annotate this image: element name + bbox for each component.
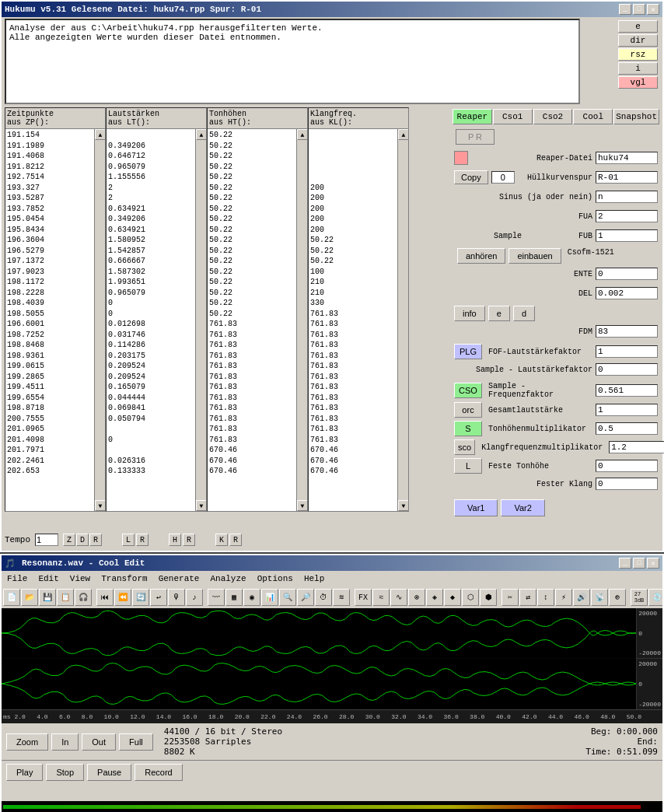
scroll-up-arrow[interactable]: ▲ xyxy=(95,129,105,140)
fof-input[interactable] xyxy=(596,345,658,358)
scroll-up-arrow[interactable]: ▲ xyxy=(297,129,307,140)
tonhohe-multi-input[interactable] xyxy=(596,422,658,435)
i-button[interactable]: i xyxy=(618,62,658,75)
scroll-up-arrow[interactable]: ▲ xyxy=(196,129,206,140)
menu-view[interactable]: View xyxy=(68,573,93,584)
play-button[interactable]: Play xyxy=(6,764,43,781)
r-nav-button[interactable]: R xyxy=(136,534,149,546)
tool-phases[interactable]: ◉ xyxy=(243,589,260,606)
l-button[interactable]: L xyxy=(454,458,482,474)
menu-analyze[interactable]: Analyze xyxy=(208,573,248,584)
tool-loop[interactable]: 🔄 xyxy=(132,589,149,606)
cool-minimize-button[interactable]: _ xyxy=(619,558,631,569)
tool-mic[interactable]: 🎙 xyxy=(168,589,185,606)
menu-transform[interactable]: Transform xyxy=(99,573,149,584)
del-input[interactable] xyxy=(596,287,658,299)
cso-button[interactable]: CSO xyxy=(454,383,482,398)
out-button[interactable]: Out xyxy=(82,733,116,751)
tool-new[interactable]: 📄 xyxy=(3,589,20,606)
cool-close-button[interactable]: ✕ xyxy=(647,558,659,569)
maximize-button[interactable]: □ xyxy=(633,4,645,15)
rsz-button[interactable]: rsz xyxy=(618,48,658,61)
tab-cool[interactable]: Cool xyxy=(573,109,613,124)
tool-cd[interactable]: 💿 xyxy=(648,589,662,606)
in-button[interactable]: In xyxy=(51,733,79,751)
tool-mix2[interactable]: ⇄ xyxy=(519,589,536,606)
tab-cso2[interactable]: Cso2 xyxy=(533,109,573,124)
var1-button[interactable]: Var1 xyxy=(454,499,498,516)
z-button[interactable]: Z xyxy=(63,534,75,546)
tool-effect2[interactable]: ≈ xyxy=(372,589,390,606)
menu-file[interactable]: File xyxy=(5,573,30,584)
sinus-input[interactable] xyxy=(596,191,658,203)
info-button[interactable]: info xyxy=(454,306,485,321)
tool-mix4[interactable]: ⚡ xyxy=(555,589,572,606)
menu-generate[interactable]: Generate xyxy=(156,573,202,584)
var2-button[interactable]: Var2 xyxy=(501,499,544,516)
tool-reverse[interactable]: ↩ xyxy=(150,589,167,606)
tool-mix5[interactable]: 🔊 xyxy=(573,589,590,606)
fester-klang-input[interactable] xyxy=(596,478,658,490)
copy-button[interactable]: Copy xyxy=(454,170,488,184)
hullkurven-input[interactable] xyxy=(596,171,658,184)
tab-reaper[interactable]: Reaper xyxy=(453,109,492,124)
scroll-up-arrow[interactable]: ▲ xyxy=(398,129,408,140)
scroll-down-arrow[interactable]: ▼ xyxy=(95,500,105,511)
fua-input[interactable] xyxy=(596,210,658,222)
zoom-button[interactable]: Zoom xyxy=(6,733,48,751)
ente-input[interactable] xyxy=(596,268,658,280)
tool-zoom-in[interactable]: 🔍 xyxy=(279,589,296,606)
tool-effect6[interactable]: ◆ xyxy=(444,589,461,606)
zero-input[interactable] xyxy=(491,171,515,184)
zeitpunkte-scrollbar[interactable]: ▲ ▼ xyxy=(94,129,105,511)
lautstarken-scrollbar[interactable]: ▲ ▼ xyxy=(195,129,206,511)
l-nav-button[interactable]: L xyxy=(122,534,135,546)
h-button[interactable]: H xyxy=(169,534,181,546)
tool-eq[interactable]: ≋ xyxy=(333,589,350,606)
sco-button[interactable]: sco xyxy=(454,439,475,455)
feste-ton-input[interactable] xyxy=(596,460,658,472)
scroll-down-arrow[interactable]: ▼ xyxy=(398,500,408,511)
full-button[interactable]: Full xyxy=(119,733,153,751)
tool-effect7[interactable]: ⬡ xyxy=(462,589,479,606)
pr-button[interactable]: P R xyxy=(456,129,495,145)
minimize-button[interactable]: _ xyxy=(619,4,631,15)
fdm-input[interactable] xyxy=(596,325,658,338)
tool-note[interactable]: ♪ xyxy=(186,589,203,606)
record-button[interactable]: Record xyxy=(135,764,182,781)
klang-multi-input[interactable] xyxy=(609,441,664,453)
menu-help[interactable]: Help xyxy=(302,573,327,584)
tonhohen-scrollbar[interactable]: ▲ ▼ xyxy=(296,129,307,511)
tool-freq[interactable]: 📊 xyxy=(261,589,278,606)
anhoeren-button[interactable]: anhören xyxy=(457,248,505,264)
tool-4[interactable]: 📋 xyxy=(57,589,74,606)
tool-effect5[interactable]: ◈ xyxy=(426,589,443,606)
cool-maximize-button[interactable]: □ xyxy=(633,558,645,569)
tool-effect8[interactable]: ⬢ xyxy=(480,589,497,606)
menu-edit[interactable]: Edit xyxy=(36,573,61,584)
r3-button[interactable]: R xyxy=(229,534,242,546)
tool-spectrum[interactable]: ▦ xyxy=(225,589,243,606)
tool-zoom-out[interactable]: 🔎 xyxy=(297,589,314,606)
dir-button[interactable]: dir xyxy=(618,34,658,47)
orc-button[interactable]: orc xyxy=(454,402,482,418)
tool-bit[interactable]: 273dB xyxy=(631,589,648,606)
plg-button[interactable]: PLG xyxy=(454,344,482,359)
tool-save[interactable]: 💾 xyxy=(39,589,56,606)
pause-button[interactable]: Pause xyxy=(87,764,131,781)
tool-time[interactable]: ⏱ xyxy=(315,589,332,606)
tool-mix1[interactable]: ✂ xyxy=(501,589,519,606)
gesamt-input[interactable] xyxy=(596,404,658,416)
reaper-datei-input[interactable] xyxy=(596,152,658,164)
klangfreq-scrollbar[interactable]: ▲ ▼ xyxy=(397,129,408,511)
tool-rewind[interactable]: ⏮ xyxy=(96,589,114,606)
einbauen-button[interactable]: einbauen xyxy=(508,248,561,264)
tool-mix3[interactable]: ↕ xyxy=(537,589,554,606)
tool-waveform[interactable]: 〰 xyxy=(208,589,225,606)
tool-prev[interactable]: ⏪ xyxy=(114,589,131,606)
tool-effect1[interactable]: FX xyxy=(355,589,372,606)
tool-mix7[interactable]: ⊕ xyxy=(609,589,626,606)
sample-laut-input[interactable] xyxy=(596,363,658,376)
fub-input[interactable] xyxy=(596,229,658,242)
stop-button[interactable]: Stop xyxy=(46,764,84,781)
